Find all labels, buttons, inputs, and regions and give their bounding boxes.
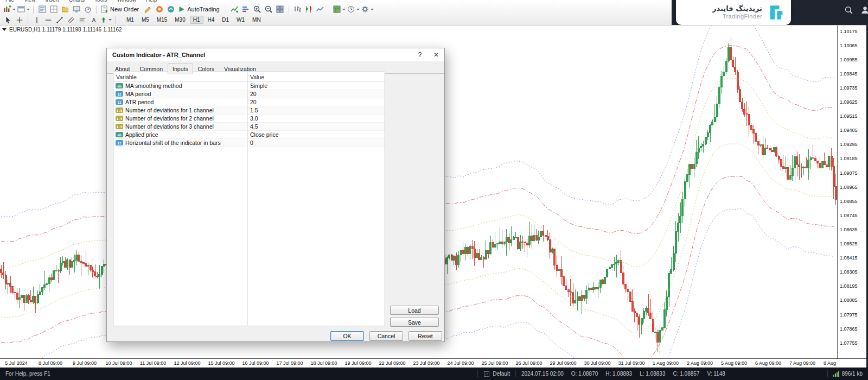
param-type-icon: ab	[116, 83, 123, 88]
timeframe-w1[interactable]: W1	[233, 16, 248, 24]
fibonacci-button[interactable]	[77, 15, 87, 25]
line-chart-button[interactable]	[315, 4, 326, 15]
date-tick: 16 Jul 09:00	[242, 360, 269, 366]
timeframe-m15[interactable]: M15	[154, 16, 170, 24]
timeframe-d1[interactable]: D1	[219, 16, 232, 24]
dialog-help-button[interactable]: ?	[412, 48, 428, 61]
navigator-button[interactable]	[60, 4, 70, 15]
menu-item-window[interactable]: Window	[117, 0, 136, 3]
param-value[interactable]: 20	[247, 99, 385, 105]
cursor-button[interactable]	[3, 15, 13, 25]
timeframe-m30[interactable]: M30	[171, 16, 188, 24]
param-row[interactable]: 12MA period20	[113, 90, 385, 98]
arrows-tool-button[interactable]	[100, 15, 112, 25]
param-type-icon: 1.5	[116, 116, 123, 121]
menu-item-view[interactable]: View	[24, 0, 36, 3]
profiles-icon	[17, 5, 25, 14]
param-row[interactable]: 12Horizontal shift of the indicator in b…	[113, 139, 385, 147]
zoom-out-button[interactable]	[264, 4, 274, 15]
param-value[interactable]: Simple	[247, 83, 385, 89]
param-row[interactable]: 1.5Number of deviations for 2 channel3.0	[113, 115, 385, 123]
status-field: L: 1.08833	[640, 371, 665, 377]
load-button[interactable]: Load	[390, 306, 439, 315]
navigator-icon	[61, 5, 69, 14]
indicators-button[interactable]	[229, 4, 240, 15]
price-tick: 1.08745	[840, 213, 858, 218]
price-axis[interactable]: 1.101751.100651.099551.098451.097351.096…	[837, 25, 867, 358]
bar-chart-button[interactable]	[292, 4, 303, 15]
param-variable: Horizontal shift of the indicator in bar…	[125, 140, 221, 146]
dialog-title-bar[interactable]: Custom Indicator - ATR_Channel ? ✕	[107, 48, 444, 61]
profiles-button[interactable]	[17, 4, 30, 15]
tile-windows-button[interactable]	[275, 4, 285, 15]
text-tool-button[interactable]: A	[88, 15, 99, 25]
menu-item-file[interactable]: File	[5, 0, 14, 3]
param-value[interactable]: 1.5	[247, 107, 385, 113]
menu-item-charts[interactable]: Charts	[69, 0, 85, 3]
gear-icon	[361, 5, 369, 14]
param-row[interactable]: 1.5Number of deviations for 1 channel1.5	[113, 106, 385, 115]
chart-properties-button[interactable]	[361, 4, 374, 15]
inputs-table[interactable]: Variable Value abMA smoothing methodSimp…	[113, 72, 385, 326]
table-rows: abMA smoothing methodSimple12MA period20…	[113, 82, 385, 147]
param-value[interactable]: 0	[247, 140, 385, 146]
connection-status[interactable]: 896/1 kb	[833, 371, 863, 377]
dialog-close-button[interactable]: ✕	[428, 48, 444, 61]
date-tick: 15 Jul 09:00	[208, 360, 234, 366]
ok-button[interactable]: OK	[330, 331, 364, 341]
crosshair-button[interactable]	[14, 15, 24, 25]
new-order-button[interactable]: New Order	[100, 4, 142, 15]
data-window-button[interactable]	[48, 4, 59, 15]
chevron-down-icon	[342, 9, 346, 10]
community-button[interactable]	[154, 4, 164, 15]
trendline-button[interactable]	[54, 15, 65, 25]
timeframe-m1[interactable]: M1	[123, 16, 137, 24]
time-axis[interactable]: 5 Jul 20248 Jul 09:009 Jul 09:0010 Jul 0…	[0, 358, 868, 368]
market-button[interactable]	[165, 4, 176, 15]
price-tick: 1.08855	[840, 199, 858, 204]
tradingfinder-logo	[767, 3, 786, 22]
price-tick: 1.10065	[840, 43, 858, 48]
timeframe-m5[interactable]: M5	[138, 16, 152, 24]
toolbar-separator	[28, 16, 28, 24]
price-tick: 1.08085	[840, 297, 858, 303]
menu-item-help[interactable]: Help	[146, 0, 157, 3]
timeframe-h1[interactable]: H1	[190, 16, 203, 24]
templates-button[interactable]	[333, 4, 346, 15]
menu-item-tools[interactable]: Tools	[94, 0, 107, 3]
param-row[interactable]: 1.5Number of deviations for 3 channel4.5	[113, 123, 385, 131]
param-row[interactable]: abMA smoothing methodSimple	[113, 82, 385, 90]
param-value[interactable]: Close price	[247, 131, 385, 138]
param-value[interactable]: 20	[247, 91, 385, 97]
clock-icon	[347, 5, 355, 14]
timeframe-mn[interactable]: MN	[249, 16, 264, 24]
param-row[interactable]: 12ATR period20	[113, 98, 385, 106]
zoom-in-button[interactable]	[252, 4, 263, 15]
param-value[interactable]: 3.0	[247, 115, 385, 122]
vertical-line-button[interactable]	[31, 15, 42, 25]
market-watch-button[interactable]	[37, 4, 47, 15]
strategy-tester-button[interactable]	[82, 4, 93, 15]
terminal-button[interactable]	[71, 4, 81, 15]
metaeditor-button[interactable]	[143, 4, 153, 15]
reset-button[interactable]: Reset	[409, 331, 442, 341]
search-icon[interactable]	[844, 5, 853, 15]
timeframe-h4[interactable]: H4	[205, 16, 218, 24]
new-chart-icon	[3, 5, 11, 14]
equidistant-channel-button[interactable]	[66, 15, 76, 25]
save-button[interactable]: Save	[390, 318, 439, 327]
param-row[interactable]: abApplied priceClose price	[113, 131, 385, 139]
tab-inputs[interactable]: Inputs	[168, 64, 193, 74]
menu-item-insert[interactable]: Insert	[46, 0, 59, 3]
periods-button[interactable]	[347, 4, 360, 15]
new-chart-button[interactable]	[3, 4, 16, 15]
depth-of-market-button[interactable]	[241, 4, 251, 15]
autotrading-button[interactable]: AutoTrading	[177, 4, 222, 15]
param-value[interactable]: 4.5	[247, 123, 385, 130]
horizontal-line-button[interactable]	[43, 15, 53, 25]
symbol-marker-icon	[2, 28, 7, 31]
profile-indicator[interactable]: Default	[483, 371, 510, 377]
candlestick-chart-button[interactable]	[304, 4, 314, 15]
profile-icon[interactable]	[860, 5, 868, 15]
cancel-button[interactable]: Cancel	[369, 331, 403, 341]
